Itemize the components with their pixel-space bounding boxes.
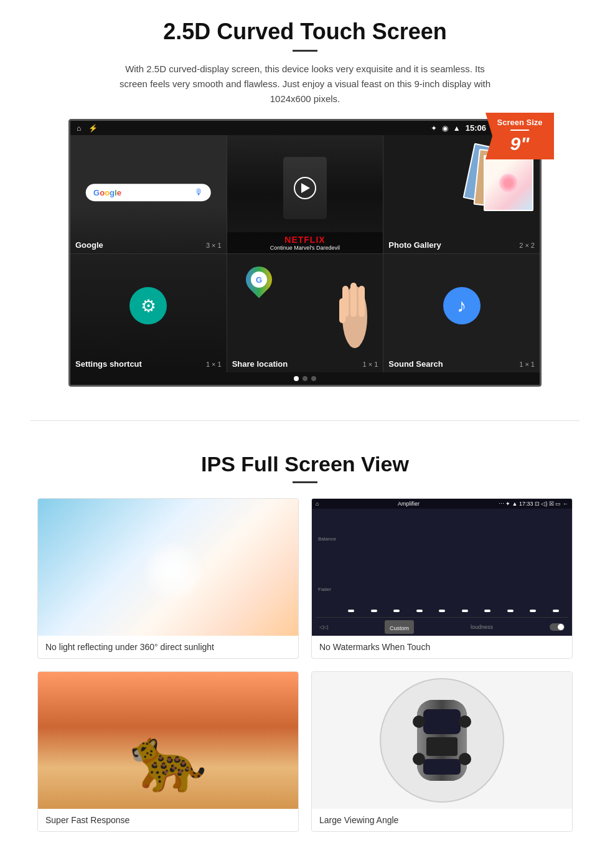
- cheetah-emoji: 🐆: [129, 723, 207, 796]
- status-left: ⌂ ⚡: [77, 124, 98, 133]
- svg-point-11: [413, 753, 425, 765]
- settings-app-name: Settings shortcut: [75, 359, 142, 369]
- app-grid: Google 🎙 Google 3 × 1: [70, 135, 540, 372]
- amp-home-icon: ⌂: [316, 501, 319, 507]
- amplifier-card: ⌂ Amplifier ⋯ ✦ ▲ 17:33 ⊡ ◁) ☒ ▭ ← Balan…: [311, 498, 573, 659]
- netflix-subtitle: Continue Marvel's Daredevil: [232, 245, 378, 251]
- sunlight-image: [38, 499, 298, 636]
- amp-body: Balance Fader: [312, 509, 572, 636]
- eq-section: Balance Fader: [316, 511, 568, 617]
- sunlight-card: No light reflecting under 360° direct su…: [37, 498, 299, 659]
- hand-svg: [333, 280, 377, 354]
- dot-2: [303, 376, 307, 381]
- amp-footer: ◁◁ Custom loudness: [316, 617, 568, 636]
- car-card: Large Viewing Angle: [311, 671, 573, 832]
- hand-touch-icon: [333, 280, 377, 357]
- loudness-toggle[interactable]: [550, 623, 565, 631]
- sound-app-cell[interactable]: ♪ Sound Search 1 × 1: [383, 254, 540, 372]
- dot-1: [294, 376, 299, 381]
- location-app-name: Share location: [232, 359, 288, 369]
- eq-handle-3: [393, 610, 400, 612]
- eq-labels-left: Balance Fader: [316, 511, 339, 617]
- gmaps-icon-wrap: G: [246, 267, 272, 293]
- home-icon: ⌂: [77, 124, 81, 133]
- title-divider: [293, 50, 317, 52]
- section2-title-divider: [293, 481, 317, 483]
- daredevil-figure: [283, 157, 327, 219]
- amplifier-image: ⌂ Amplifier ⋯ ✦ ▲ 17:33 ⊡ ◁) ☒ ▭ ← Balan…: [312, 499, 572, 636]
- location-icon: ◉: [442, 124, 448, 133]
- status-bar: ⌂ ⚡ ✦ ◉ ▲ 15:06 ⊡ ◁) ✕ ▭: [70, 121, 540, 135]
- svg-rect-8: [426, 737, 458, 756]
- badge-label: Screen Size: [492, 118, 548, 127]
- svg-rect-4: [339, 298, 345, 323]
- dot-3: [311, 376, 316, 381]
- sound-circle: ♪: [443, 287, 481, 324]
- screen-size-badge: Screen Size 9": [486, 113, 554, 159]
- android-screen: ⌂ ⚡ ✦ ◉ ▲ 15:06 ⊡ ◁) ✕ ▭: [68, 119, 542, 387]
- google-mic-icon: 🎙: [195, 187, 204, 197]
- google-app-name: Google: [75, 240, 103, 250]
- eq-handle-4: [416, 610, 423, 612]
- settings-icon-circle: ⚙: [129, 287, 167, 324]
- badge-divider: [510, 130, 529, 131]
- eq-handle-8: [507, 610, 514, 612]
- play-button[interactable]: [294, 177, 316, 199]
- svg-rect-9: [423, 759, 461, 775]
- amplifier-caption: No Watermarks When Touch: [312, 636, 572, 658]
- gmaps-g-letter: G: [256, 275, 262, 285]
- gallery-label-row: Photo Gallery 2 × 2: [388, 240, 535, 250]
- pagination-dots: [70, 372, 540, 385]
- status-time: 15:06: [466, 123, 486, 133]
- location-label-row: Share location 1 × 1: [232, 359, 378, 369]
- eq-handle-10: [553, 610, 559, 612]
- svg-point-12: [459, 715, 471, 728]
- location-app-cell[interactable]: G: [227, 254, 383, 372]
- play-triangle: [301, 183, 310, 193]
- cheetah-image: 🐆: [38, 672, 298, 809]
- car-image: [312, 672, 572, 809]
- gmaps-pin: G: [240, 261, 277, 298]
- section-divider: [30, 420, 580, 421]
- eq-label-balance: Balance: [318, 536, 336, 542]
- toggle-knob: [558, 624, 564, 630]
- sound-label-row: Sound Search 1 × 1: [388, 359, 535, 369]
- settings-label-row: Settings shortcut 1 × 1: [75, 359, 222, 369]
- cheetah-card: 🐆 Super Fast Response: [37, 671, 299, 832]
- custom-label: Custom: [390, 625, 409, 631]
- badge-size: 9": [492, 133, 548, 154]
- location-app-size: 1 × 1: [363, 361, 378, 368]
- sunlight-caption: No light reflecting under 360° direct su…: [38, 636, 298, 658]
- netflix-app-cell[interactable]: NETFLIX Continue Marvel's Daredevil Netf…: [227, 135, 383, 253]
- google-app-cell[interactable]: Google 🎙 Google 3 × 1: [70, 135, 227, 253]
- section1-title: 2.5D Curved Touch Screen: [37, 19, 573, 45]
- sunlight-flare: [142, 540, 204, 602]
- flower-center: [499, 174, 518, 192]
- svg-rect-2: [350, 283, 357, 317]
- eq-handle-1: [348, 610, 354, 612]
- settings-gear-icon: ⚙: [141, 296, 156, 316]
- netflix-overlay: NETFLIX Continue Marvel's Daredevil: [227, 232, 383, 253]
- netflix-logo: NETFLIX: [232, 235, 378, 245]
- amp-status: ⋯ ✦ ▲ 17:33 ⊡ ◁) ☒ ▭ ←: [499, 501, 568, 507]
- gmaps-inner: G: [251, 271, 267, 288]
- music-note-icon: ♪: [457, 295, 466, 316]
- google-search-bar[interactable]: Google 🎙: [86, 184, 211, 201]
- custom-button[interactable]: Custom: [385, 620, 414, 634]
- settings-app-cell[interactable]: ⚙ Settings shortcut 1 × 1: [70, 254, 227, 372]
- settings-icon-wrap: ⚙: [129, 287, 167, 324]
- svg-point-13: [459, 753, 471, 765]
- device-mockup: Screen Size 9" ⌂ ⚡ ✦ ◉ ▲ 15:06 ⊡ ◁) ✕: [68, 119, 542, 387]
- svg-rect-7: [423, 709, 461, 734]
- eq-handle-5: [439, 610, 445, 612]
- car-overhead-svg: [408, 687, 476, 793]
- amp-prev-icon: ◁◁: [319, 624, 328, 630]
- google-label-row: Google 3 × 1: [75, 240, 222, 250]
- eq-handle-9: [530, 610, 536, 612]
- gallery-app-size: 2 × 2: [519, 242, 535, 249]
- loudness-label: loudness: [471, 624, 493, 630]
- eq-handle-2: [371, 610, 377, 612]
- feature-image-grid: No light reflecting under 360° direct su…: [37, 498, 573, 832]
- eq-handle-6: [462, 610, 468, 612]
- settings-app-size: 1 × 1: [206, 361, 222, 368]
